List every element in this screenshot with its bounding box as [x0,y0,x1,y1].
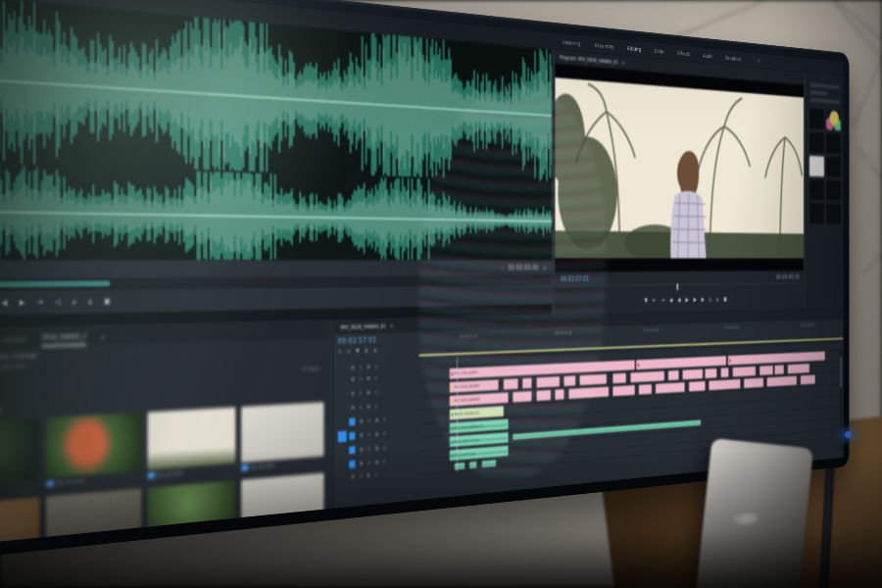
track-toggle-dot[interactable] [367,472,369,477]
play-icon[interactable]: ▶ [686,297,689,303]
timeline-clip[interactable] [455,463,465,469]
lift-icon[interactable]: ⌂ [710,297,711,303]
timeline-clip[interactable] [580,374,607,385]
nest-icon[interactable]: ⊕ [365,348,368,355]
workspace-tab-color[interactable]: Color [655,48,664,55]
timeline-clip[interactable] [469,462,477,468]
track-target-toggle[interactable] [349,446,355,454]
track-toggle-dot[interactable] [383,431,386,435]
track-toggle-dot[interactable] [375,432,378,436]
timeline-clip[interactable] [536,390,550,401]
timeline-vertical-scrollbar[interactable] [840,349,842,452]
track-toggle-dot[interactable] [367,376,369,380]
linked-selection-icon[interactable]: ∞ [347,348,351,355]
track-toggle-dot[interactable] [359,376,362,380]
track-toggle-dot[interactable] [367,390,369,394]
track-toggle-dot[interactable] [368,418,370,422]
panel-menu-icon[interactable]: ≡ [390,322,394,329]
go-to-in-icon[interactable]: ◀ [669,297,672,303]
timeline-scrollbar-handle[interactable] [840,357,842,387]
timeline-clip[interactable] [630,371,663,383]
media-thumbnail[interactable]: HDMVI_5622.MOV [147,407,235,478]
rail-thumbnail-dark[interactable] [826,204,841,224]
rail-thumbnail-dark[interactable] [826,157,841,177]
track-toggle-dot[interactable] [351,391,354,395]
timeline-clip[interactable] [788,364,809,373]
timeline-clip[interactable] [555,389,564,400]
rail-thumbnail-dark[interactable] [809,108,824,129]
track-toggle-dot[interactable] [368,432,370,436]
timeline-clip[interactable] [513,391,531,402]
track-toggle-dot[interactable] [351,365,354,368]
media-thumbnail[interactable]: HDMVI_5621.MOV [46,413,141,487]
track-toggle-dot[interactable] [359,473,362,478]
export-frame-icon[interactable]: ▣ [723,297,727,303]
timeline-clip[interactable] [801,375,815,385]
track-toggle-dot[interactable] [351,406,354,410]
project-tab-2018-hawaii-2[interactable]: 2018_HAWAII_2 [42,332,86,347]
rail-thumbnail-dark[interactable] [809,203,824,223]
panel-menu-icon[interactable]: ≡ [101,334,106,345]
source-patch-toggle[interactable] [338,431,347,443]
timeline-clip[interactable] [744,378,762,388]
step-back-icon[interactable]: ◀ [1,299,7,308]
mark-in-icon[interactable]: ⇤ [653,298,656,304]
panel-menu-icon[interactable]: ≡ [543,265,546,270]
media-thumbnail[interactable]: HDMVI_5620.MOV [0,418,39,496]
export-frame-icon[interactable]: ▣ [104,297,111,306]
lift-icon[interactable]: ⌂ [72,298,76,307]
extract-icon[interactable]: ⌂ [716,297,718,303]
workspace-overflow-button[interactable]: » [758,58,760,65]
program-video-area[interactable] [555,64,804,271]
extract-icon[interactable]: ⌂ [88,298,93,307]
timeline-clip[interactable] [564,375,576,386]
timeline-clip[interactable] [613,373,626,384]
step-forward-icon[interactable]: ⇥ [37,298,43,307]
loop-icon[interactable]: ◁ [55,298,61,307]
track-toggle-dot[interactable] [367,365,369,368]
track-toggle-dot[interactable] [374,364,377,368]
timeline-clip[interactable] [767,376,797,387]
track-toggle-dot[interactable] [375,446,378,450]
rail-thumbnail-white-card[interactable] [809,156,824,176]
media-thumbnail[interactable]: HDMVI_5625.MOV [46,489,141,549]
zoom-icon[interactable]: ⌕ [501,265,503,270]
timeline-clip[interactable] [760,366,772,375]
add-marker-icon[interactable]: ▼ [645,298,648,304]
timeline-clip[interactable] [733,367,757,377]
timeline-clip[interactable] [481,460,496,467]
track-toggle-dot[interactable] [368,461,370,465]
magnet-snap-icon[interactable]: ∩ [338,349,341,356]
timeline-clip[interactable] [536,376,560,387]
timeline-clip[interactable] [668,370,679,380]
workspace-tab-graphics[interactable]: Graphics [725,55,741,62]
timeline-clip[interactable] [774,365,783,374]
rail-thumbnail-dark[interactable] [809,132,824,154]
track-toggle-dot[interactable] [360,447,363,451]
timeline-clip[interactable] [613,385,635,396]
track-toggle-dot[interactable] [360,419,363,423]
mark-out-icon[interactable]: ⇥ [662,298,664,304]
timeline-clip[interactable] [656,382,685,393]
track-toggle-dot[interactable] [351,377,354,381]
track-toggle-dot[interactable] [360,433,363,437]
timeline-clip[interactable] [683,369,704,380]
track-toggle-dot[interactable] [374,472,377,476]
program-playhead[interactable] [677,283,679,290]
media-thumbnail[interactable]: HDMVI_5624.MOV [0,497,39,548]
timeline-clip[interactable] [639,384,652,395]
play-icon[interactable]: ▶ [20,298,25,307]
track-toggle-dot[interactable] [359,391,362,395]
timeline-clip[interactable] [705,368,716,378]
add-marker-icon[interactable]: ▼ [356,348,360,355]
rail-thumbnail-colorful[interactable] [826,110,841,131]
rail-thumbnail-dark[interactable] [826,180,841,201]
workspace-tab-editing[interactable]: Editing [627,45,641,52]
track-toggle-dot[interactable] [374,404,377,408]
timeline-clip[interactable] [522,378,532,389]
track-toggle-dot[interactable] [375,460,378,464]
timeline-clip[interactable]: MVI_5630_AB.MOV [450,392,509,406]
timeline-settings-icon[interactable]: ≡ [373,347,377,354]
timeline-clip[interactable] [568,387,609,399]
track-toggle-dot[interactable] [368,447,370,451]
